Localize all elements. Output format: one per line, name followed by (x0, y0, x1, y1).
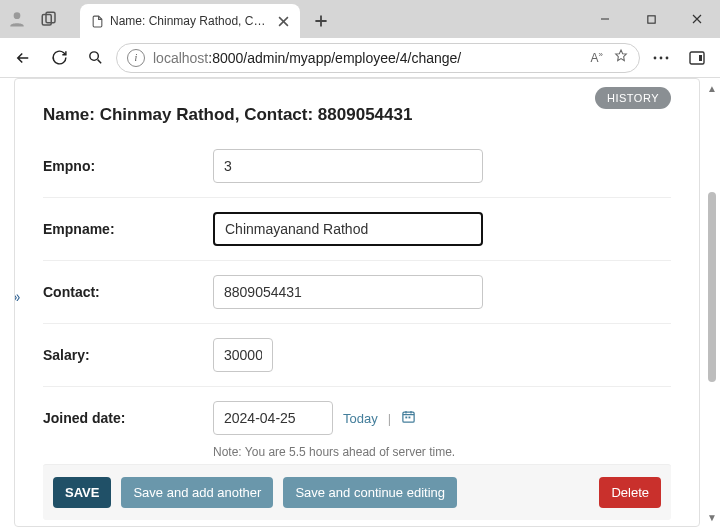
save-button[interactable]: SAVE (53, 477, 111, 508)
favorite-icon[interactable] (613, 48, 629, 67)
url-text: localhost:8000/admin/myapp/employee/4/ch… (153, 50, 461, 66)
label-contact: Contact: (43, 284, 213, 300)
window-minimize-button[interactable] (582, 0, 628, 38)
svg-rect-11 (405, 417, 407, 419)
new-tab-button[interactable] (306, 6, 336, 36)
scrollbar[interactable]: ▲ ▼ (706, 82, 718, 523)
scroll-up-icon[interactable]: ▲ (706, 82, 718, 94)
svg-point-6 (660, 56, 663, 59)
input-contact[interactable] (213, 275, 483, 309)
svg-point-4 (89, 52, 98, 61)
timezone-note: Note: You are 5.5 hours ahead of server … (213, 445, 671, 459)
search-button[interactable] (80, 43, 110, 73)
window-close-button[interactable] (674, 0, 720, 38)
save-continue-button[interactable]: Save and continue editing (283, 477, 457, 508)
svg-point-5 (654, 56, 657, 59)
object-title: Name: Chinmay Rathod, Contact: 880905443… (43, 105, 671, 125)
more-menu-button[interactable] (646, 43, 676, 73)
save-add-another-button[interactable]: Save and add another (121, 477, 273, 508)
input-empno[interactable] (213, 149, 483, 183)
today-link[interactable]: Today (343, 411, 378, 426)
calendar-icon[interactable] (401, 409, 416, 427)
window-maximize-button[interactable] (628, 0, 674, 38)
scroll-down-icon[interactable]: ▼ (706, 511, 718, 523)
site-info-icon[interactable]: i (127, 49, 145, 67)
label-empno: Empno: (43, 158, 213, 174)
window-controls (582, 0, 720, 38)
submit-row: SAVE Save and add another Save and conti… (43, 464, 671, 520)
page-icon (90, 14, 104, 28)
svg-rect-9 (699, 55, 702, 61)
page-viewport: HISTORY Name: Chinmay Rathod, Contact: 8… (0, 78, 720, 527)
read-aloud-icon[interactable]: A» (591, 50, 603, 65)
address-bar[interactable]: i localhost:8000/admin/myapp/employee/4/… (116, 43, 640, 73)
svg-rect-3 (647, 15, 654, 22)
field-row-empname: Empname: (43, 198, 671, 261)
browser-titlebar: Name: Chinmay Rathod, Contact… (0, 0, 720, 38)
scrollbar-thumb[interactable] (708, 192, 716, 382)
delete-button[interactable]: Delete (599, 477, 661, 508)
field-row-contact: Contact: (43, 261, 671, 324)
back-button[interactable] (8, 43, 38, 73)
separator: | (388, 411, 391, 426)
svg-point-7 (666, 56, 669, 59)
collections-icon[interactable] (36, 6, 62, 32)
label-empname: Empname: (43, 221, 213, 237)
tab-title: Name: Chinmay Rathod, Contact… (110, 14, 268, 28)
label-joined: Joined date: (43, 410, 213, 426)
admin-change-form: HISTORY Name: Chinmay Rathod, Contact: 8… (14, 78, 700, 527)
refresh-button[interactable] (44, 43, 74, 73)
tab-close-button[interactable] (274, 12, 292, 30)
expand-handle-icon[interactable]: » (14, 288, 20, 306)
input-joined-date[interactable] (213, 401, 333, 435)
field-row-salary: Salary: (43, 324, 671, 387)
browser-toolbar: i localhost:8000/admin/myapp/employee/4/… (0, 38, 720, 78)
input-empname[interactable] (213, 212, 483, 246)
field-row-joined: Joined date: Today | (43, 387, 671, 439)
history-button[interactable]: HISTORY (595, 87, 671, 109)
svg-point-0 (14, 12, 21, 19)
sidebar-toggle-icon[interactable] (682, 43, 712, 73)
field-row-empno: Empno: (43, 135, 671, 198)
svg-rect-12 (409, 417, 411, 419)
profile-icon[interactable] (4, 6, 30, 32)
input-salary[interactable] (213, 338, 273, 372)
label-salary: Salary: (43, 347, 213, 363)
browser-tab-active[interactable]: Name: Chinmay Rathod, Contact… (80, 4, 300, 38)
